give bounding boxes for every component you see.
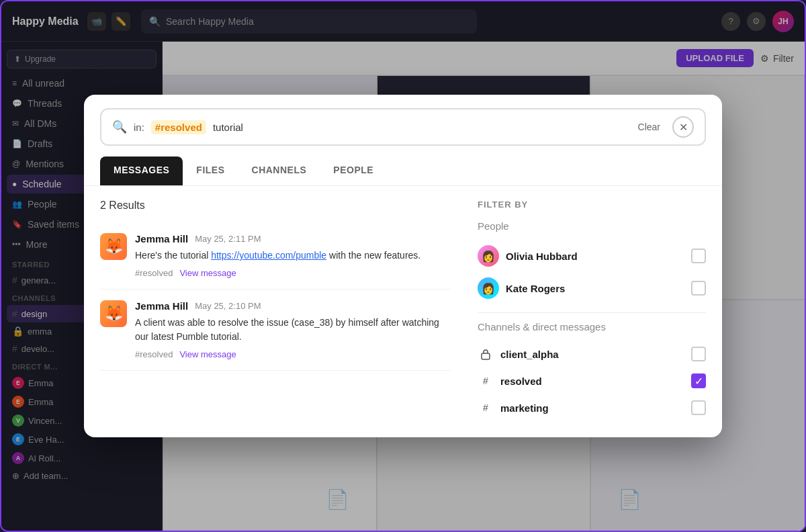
filter-channels-title: Channels & direct messages xyxy=(478,321,706,332)
checkbox-olivia[interactable] xyxy=(691,249,706,263)
search-tabs: MESSAGES FILES CHANNELS PEOPLE xyxy=(84,157,722,186)
filter-item-left-client-alpha: client_alpha xyxy=(478,346,559,362)
tab-files[interactable]: FILES xyxy=(183,157,238,185)
result-item-2: 🦊 Jemma Hill May 25, 2:10 PM A client wa… xyxy=(100,290,451,371)
filter-item-client-alpha: client_alpha xyxy=(478,341,706,367)
app-background: Happy Media 📹 ✏️ 🔍 Search Happy Media ? … xyxy=(0,0,806,532)
result-item-1: 🦊 Jemma Hill May 25, 2:11 PM Here's the … xyxy=(100,222,451,290)
filter-avatar-olivia: 👩 xyxy=(478,245,499,267)
filter-item-olivia: 👩 Olivia Hubbard xyxy=(478,240,706,272)
search-query-text[interactable]: tutorial xyxy=(213,122,626,133)
result-time-1: May 25, 2:11 PM xyxy=(195,234,261,244)
result-header-2: Jemma Hill May 25, 2:10 PM xyxy=(135,300,451,312)
search-header: 🔍 in: #resolved tutorial Clear ✕ xyxy=(84,95,722,146)
view-message-link-1[interactable]: View message xyxy=(179,268,236,278)
filter-people-title: People xyxy=(478,220,706,232)
result-time-2: May 25, 2:10 PM xyxy=(195,301,261,311)
checkbox-kate[interactable] xyxy=(691,281,706,296)
result-header-1: Jemma Hill May 25, 2:11 PM xyxy=(135,233,451,245)
filter-channel-name-resolved: resolved xyxy=(500,375,542,387)
checkbox-resolved[interactable]: ✓ xyxy=(691,373,706,388)
filter-channel-name-client-alpha: client_alpha xyxy=(500,349,559,360)
tab-people[interactable]: PEOPLE xyxy=(320,157,387,185)
search-tag[interactable]: #resolved xyxy=(151,120,206,134)
close-modal-button[interactable]: ✕ xyxy=(672,116,694,138)
result-text-1: Here's the tutorial https://youtube.com/… xyxy=(135,249,451,263)
filter-item-resolved: # resolved ✓ xyxy=(478,367,706,394)
filter-item-left-marketing: # marketing xyxy=(478,400,549,416)
result-author-1: Jemma Hill xyxy=(135,233,188,245)
result-text-2: A client was able to resolve the issue (… xyxy=(135,316,451,344)
result-content-1: Jemma Hill May 25, 2:11 PM Here's the tu… xyxy=(135,233,451,278)
search-box[interactable]: 🔍 in: #resolved tutorial Clear ✕ xyxy=(100,108,706,146)
clear-button[interactable]: Clear xyxy=(633,119,666,135)
filter-item-kate: 👩 Kate Rogers xyxy=(478,272,706,304)
search-modal: 🔍 in: #resolved tutorial Clear ✕ MESSAGE… xyxy=(84,95,722,437)
tab-messages[interactable]: MESSAGES xyxy=(100,157,183,185)
result-channel-2: #resolved xyxy=(135,349,173,359)
filter-name-kate: Kate Rogers xyxy=(506,283,565,294)
filter-title: FILTER BY xyxy=(478,200,706,210)
results-count: 2 Results xyxy=(100,200,451,212)
hash-icon-marketing: # xyxy=(478,400,494,416)
result-avatar-1: 🦊 xyxy=(100,233,127,260)
view-message-link-2[interactable]: View message xyxy=(179,349,236,359)
lock-icon xyxy=(478,346,494,362)
hash-icon-resolved: # xyxy=(478,373,494,389)
search-icon: 🔍 xyxy=(112,120,127,134)
result-author-2: Jemma Hill xyxy=(135,300,188,312)
result-avatar-2: 🦊 xyxy=(100,300,127,327)
filter-channel-name-marketing: marketing xyxy=(500,402,549,414)
search-in-label: in: xyxy=(134,122,144,133)
result-link-1[interactable]: https://youtube.com/pumble xyxy=(211,250,326,261)
result-content-2: Jemma Hill May 25, 2:10 PM A client was … xyxy=(135,300,451,359)
result-footer-1: #resolved View message xyxy=(135,268,451,278)
filter-name-olivia: Olivia Hubbard xyxy=(506,251,578,262)
svg-rect-0 xyxy=(482,353,490,359)
filter-item-left-kate: 👩 Kate Rogers xyxy=(478,277,565,299)
filter-divider xyxy=(478,312,706,313)
filter-item-left-resolved: # resolved xyxy=(478,373,542,389)
filter-item-marketing: # marketing xyxy=(478,394,706,421)
filter-avatar-kate: 👩 xyxy=(478,277,499,299)
checkbox-client-alpha[interactable] xyxy=(691,347,706,361)
modal-overlay: 🔍 in: #resolved tutorial Clear ✕ MESSAGE… xyxy=(1,1,805,531)
filter-item-left-olivia: 👩 Olivia Hubbard xyxy=(478,245,578,267)
result-channel-1: #resolved xyxy=(135,268,173,278)
tab-channels[interactable]: CHANNELS xyxy=(238,157,320,185)
checkbox-marketing[interactable] xyxy=(691,400,706,415)
modal-body: 2 Results 🦊 Jemma Hill May 25, 2:11 PM xyxy=(84,186,722,437)
results-panel: 2 Results 🦊 Jemma Hill May 25, 2:11 PM xyxy=(100,200,451,421)
result-footer-2: #resolved View message xyxy=(135,349,451,359)
filter-panel: FILTER BY People 👩 Olivia Hubbard xyxy=(478,200,706,421)
